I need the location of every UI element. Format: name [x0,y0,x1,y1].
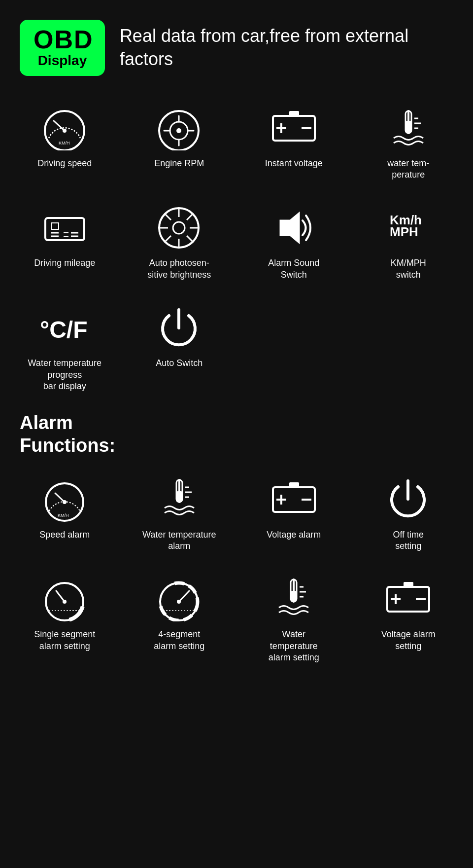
svg-text:MPH: MPH [390,224,418,239]
svg-rect-48 [289,482,299,488]
mileage-icon [37,203,92,253]
obd-badge: OBD Display [20,20,105,76]
empty-cell-2 [354,295,464,397]
aperture-icon [152,203,206,253]
svg-line-30 [165,214,171,220]
battery-setting-icon [381,575,436,624]
feature-engine-rpm: Engine RPM [125,96,235,186]
power-icon [152,303,206,353]
obd-title: OBD [34,27,91,52]
kmh-mph-icon: Km/h MPH [381,203,436,253]
feature-auto-switch: Auto Switch [125,295,235,397]
feature-auto-photo: Auto photosen-sitive brightness [125,195,235,286]
alarm-speed: KM/H Speed alarm [10,467,120,557]
speed-alarm-icon: KM/H [37,475,92,524]
svg-text:°C/F: °C/F [40,317,88,343]
svg-rect-62 [291,591,297,602]
feature-driving-speed: KM/H Driving speed [10,96,120,186]
feature-kmh-mph: Km/h MPH KM/MPHswitch [354,195,464,286]
temp-setting-icon [267,575,321,624]
alarm-grid-row1: KM/H Speed alarm Water temperaturealarm [0,462,473,562]
alarm-four-segment: 4-segmentalarm setting [125,567,235,668]
instant-voltage-label: Instant voltage [265,158,323,169]
speedometer-icon: KM/H [37,104,92,153]
voltage-alarm-icon [267,475,321,524]
alarm-off-time: Off timesetting [354,467,464,557]
alarm-single-segment: Single segmentalarm setting [10,567,120,668]
svg-line-32 [187,214,193,220]
engine-rpm-label: Engine RPM [154,158,204,169]
feature-grid-row1: KM/H Driving speed Engine RPM [0,91,473,191]
svg-line-33 [165,236,171,242]
empty-cell-1 [239,295,349,397]
water-temp-alarm-icon [152,475,206,524]
alarm-heading: AlarmFunctions: [0,402,473,462]
single-segment-label: Single segmentalarm setting [34,629,95,652]
off-time-icon [381,475,436,524]
svg-text:KM/H: KM/H [59,141,70,145]
rpm-icon [152,104,206,153]
svg-line-31 [187,236,193,242]
svg-text:KM/H: KM/H [58,513,69,518]
header-tagline: Real data from car,free from external fa… [120,25,453,71]
svg-rect-67 [404,582,413,588]
feature-cf: °C/F Water temperature progressbar displ… [10,295,120,397]
dial-single-icon [37,575,92,624]
water-temp-alarm-label: Water temperaturealarm [142,529,216,552]
auto-photo-label: Auto photosen-sitive brightness [147,257,211,281]
driving-mileage-label: Driving mileage [34,257,95,269]
svg-point-58 [177,600,181,604]
alarm-voltage-setting: Voltage alarmsetting [354,567,464,668]
driving-speed-label: Driving speed [37,158,92,169]
voltage-alarm-label: Voltage alarm [267,529,321,541]
feature-grid-row2: Driving mileage Auto photosen-sitive bri… [0,190,473,290]
feature-instant-voltage: Instant voltage [239,96,349,186]
alarm-water-temp-setting: Watertemperaturealarm setting [239,567,349,668]
alarm-water-temp: Water temperaturealarm [125,467,235,557]
alarm-sound-label: Alarm SoundSwitch [268,257,319,281]
water-temp-setting-label: Watertemperaturealarm setting [269,629,319,663]
svg-rect-13 [405,121,411,133]
four-segment-label: 4-segmentalarm setting [154,629,204,652]
feature-driving-mileage: Driving mileage [10,195,120,286]
svg-point-25 [173,222,185,234]
auto-switch-label: Auto Switch [156,358,203,369]
voltage-setting-label: Voltage alarmsetting [381,629,436,652]
svg-rect-7 [289,111,299,117]
kmh-mph-label: KM/MPHswitch [391,257,426,281]
battery-icon [267,104,321,153]
off-time-label: Off timesetting [393,529,424,552]
svg-rect-43 [176,491,182,502]
svg-point-5 [176,128,181,133]
feature-alarm-sound: Alarm SoundSwitch [239,195,349,286]
water-temp-icon [381,104,436,153]
display-subtitle: Display [34,52,91,69]
header: OBD Display Real data from car,free from… [0,0,473,91]
water-temp-label: water tem-perature [387,158,429,181]
alarm-voltage: Voltage alarm [239,467,349,557]
svg-marker-34 [280,213,299,243]
svg-point-54 [63,600,67,604]
dial-four-icon [152,575,206,624]
cf-label: Water temperature progressbar display [14,358,116,392]
sound-icon [267,203,321,253]
svg-point-1 [63,129,67,133]
alarm-grid-row2: Single segmentalarm setting 4-segmentala… [0,562,473,673]
feature-grid-row3: °C/F Water temperature progressbar displ… [0,290,473,402]
speed-alarm-label: Speed alarm [39,529,90,541]
cf-icon: °C/F [37,303,92,353]
feature-water-temp: water tem-perature [354,96,464,186]
